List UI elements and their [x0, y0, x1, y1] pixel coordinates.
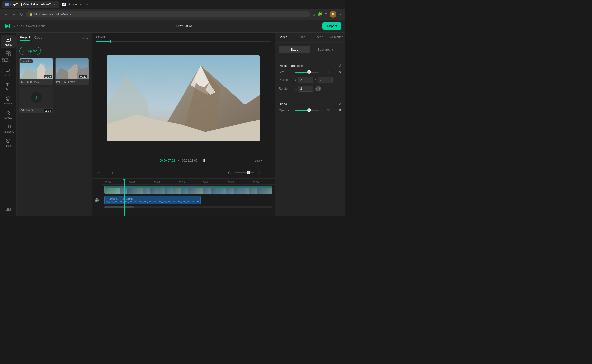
- panel-actions: ⟳ «: [81, 36, 89, 40]
- media-duration-img6504: 00:53: [79, 75, 87, 78]
- new-tab-button[interactable]: +: [86, 2, 89, 7]
- aspect-ratio-button[interactable]: 16:9 ▾: [255, 159, 262, 162]
- right-tab-animation[interactable]: Animation: [328, 33, 345, 42]
- track-row-video: IMG_6502.MOV 00:00:07: [102, 185, 275, 195]
- opacity-value: 60: [321, 109, 330, 112]
- ruler-02: 00:02: [154, 181, 160, 184]
- timeline-scrollbar-container: [102, 206, 275, 208]
- right-tab-audio[interactable]: Audio: [293, 33, 310, 42]
- redo-button[interactable]: ↪: [104, 170, 109, 176]
- sidebar-effects-label: Effects: [4, 116, 12, 119]
- export-button[interactable]: Export: [322, 22, 341, 30]
- sidebar-transitions-label: Transitions: [2, 130, 14, 133]
- frame-21: [257, 188, 264, 194]
- pause-button[interactable]: ⏸: [201, 157, 207, 164]
- track-label-audio: 🔊: [92, 195, 102, 205]
- panel-tab-project[interactable]: Project: [20, 35, 30, 41]
- rotate-dial[interactable]: [315, 86, 321, 91]
- extensions-button[interactable]: 🧩: [317, 12, 322, 17]
- fullscreen-button[interactable]: ⛶: [267, 158, 271, 163]
- sidebar-item-transitions[interactable]: Transitions: [1, 122, 16, 135]
- refresh-button[interactable]: ⟳: [81, 36, 84, 40]
- sidebar-item-filters[interactable]: Filters: [1, 136, 16, 149]
- sidebar-item-keyboard[interactable]: [1, 204, 16, 214]
- timeline-progress-bar[interactable]: [96, 41, 271, 42]
- add-track-button[interactable]: ⊞: [265, 170, 271, 176]
- media-item-img6504[interactable]: 00:53 IMG_6504.mov: [55, 58, 89, 85]
- sidebar-item-effects[interactable]: Effects: [1, 108, 16, 121]
- aspect-ratio-label: 16:9: [255, 159, 260, 162]
- frame-19: [241, 188, 249, 194]
- timeline-scrollbar-thumb[interactable]: [104, 206, 134, 208]
- frame-2: [112, 188, 120, 194]
- frame-8: [158, 188, 166, 194]
- split-button[interactable]: ⊟: [111, 170, 116, 176]
- position-x-input[interactable]: [298, 77, 313, 83]
- right-sub-tab-basic[interactable]: Basic: [279, 46, 310, 53]
- position-y-input[interactable]: [318, 77, 333, 83]
- frame-11: [181, 188, 188, 194]
- address-bar[interactable]: 🔒 https://www.capcut.cn/editor: [26, 11, 310, 17]
- svg-rect-11: [6, 125, 8, 128]
- upload-button[interactable]: ⊕ Upload: [19, 47, 41, 55]
- browser-actions: ☆ 🧩 ⊡ U ⋮: [312, 11, 342, 18]
- tab-google-label: Google: [67, 3, 77, 6]
- browser-tabs: ✂ CapCut | Video Editor | All-In-O ✕ G G…: [0, 0, 345, 9]
- profile-button[interactable]: ⊡: [324, 12, 328, 17]
- right-tab-video[interactable]: Video: [275, 33, 292, 42]
- zoom-thumb[interactable]: [247, 171, 250, 174]
- blend-title: Blend ↺: [279, 102, 341, 106]
- upload-plus-icon: ⊕: [23, 49, 26, 53]
- frame-12: [188, 188, 196, 194]
- delete-button[interactable]: 🗑: [119, 170, 125, 176]
- sidebar-item-audio[interactable]: Audio: [1, 66, 16, 79]
- menu-button[interactable]: ⋮: [338, 12, 342, 17]
- track-clip-audio[interactable]: Speed 4x BGM.mp3: [104, 196, 201, 204]
- undo-button[interactable]: ↩: [96, 170, 101, 176]
- right-sub-tab-background[interactable]: Background: [310, 46, 341, 53]
- track-audio-volume-icon[interactable]: 🔊: [95, 198, 99, 202]
- position-size-reset[interactable]: ↺: [338, 64, 341, 68]
- media-duration-img6502: 01:39: [44, 75, 52, 78]
- opacity-row: Opacity 60 %: [279, 109, 341, 112]
- size-slider[interactable]: [295, 72, 319, 73]
- zoom-slider[interactable]: [235, 172, 254, 173]
- panel-content: ⊕ Upload: [17, 44, 92, 216]
- zoom-out-button[interactable]: ⊖: [227, 169, 233, 176]
- sidebar-item-stickers[interactable]: Stickers: [1, 94, 16, 107]
- sidebar-item-media[interactable]: Media: [1, 35, 16, 48]
- back-button[interactable]: ←: [3, 11, 9, 17]
- right-tab-speed[interactable]: Speed: [310, 33, 328, 42]
- frame-1: [105, 188, 112, 194]
- media-name-img6504: IMG_6504.mov: [55, 79, 89, 85]
- upload-label: Upload: [28, 49, 37, 53]
- panel-tab-cloud[interactable]: Cloud: [34, 36, 42, 40]
- star-button[interactable]: ☆: [312, 12, 315, 17]
- track-clip-video[interactable]: IMG_6502.MOV 00:00:07: [104, 186, 272, 194]
- position-x-label: X: [295, 78, 296, 81]
- media-item-bgm[interactable]: ♪ 03:35 BGM.mp3: [19, 87, 53, 113]
- media-grid: Uploaded 01:39 IMG_6502.mov: [19, 58, 89, 113]
- media-item-img6502[interactable]: Uploaded 01:39 IMG_6502.mov: [19, 58, 53, 85]
- reload-button[interactable]: ↻: [19, 11, 24, 18]
- playhead-line[interactable]: [124, 179, 125, 216]
- tab-capcut-close[interactable]: ✕: [54, 3, 56, 6]
- time-separator: /: [178, 159, 179, 162]
- tab-google-close[interactable]: ✕: [79, 3, 81, 6]
- sidebar-item-stock[interactable]: Stock videos: [1, 49, 16, 65]
- sidebar-filters-label: Filters: [5, 144, 11, 147]
- opacity-slider-thumb[interactable]: [307, 108, 311, 112]
- opacity-slider[interactable]: [295, 110, 319, 111]
- user-avatar[interactable]: U: [330, 11, 336, 18]
- collapse-button[interactable]: «: [86, 36, 89, 40]
- forward-button[interactable]: →: [11, 11, 17, 17]
- tab-capcut[interactable]: ✂ CapCut | Video Editor | All-In-O ✕: [2, 1, 59, 8]
- zoom-in-button[interactable]: ⊕: [256, 169, 262, 176]
- tab-google[interactable]: G Google ✕: [59, 1, 85, 8]
- saved-status: 20:00:00 Saved in cloud: [14, 24, 46, 28]
- size-slider-thumb[interactable]: [307, 70, 311, 74]
- rotate-x-input[interactable]: [298, 86, 313, 92]
- sidebar-item-text[interactable]: T Text: [1, 80, 16, 93]
- blend-reset[interactable]: ↺: [338, 102, 341, 106]
- track-video-screen-icon[interactable]: ⊡: [95, 188, 98, 192]
